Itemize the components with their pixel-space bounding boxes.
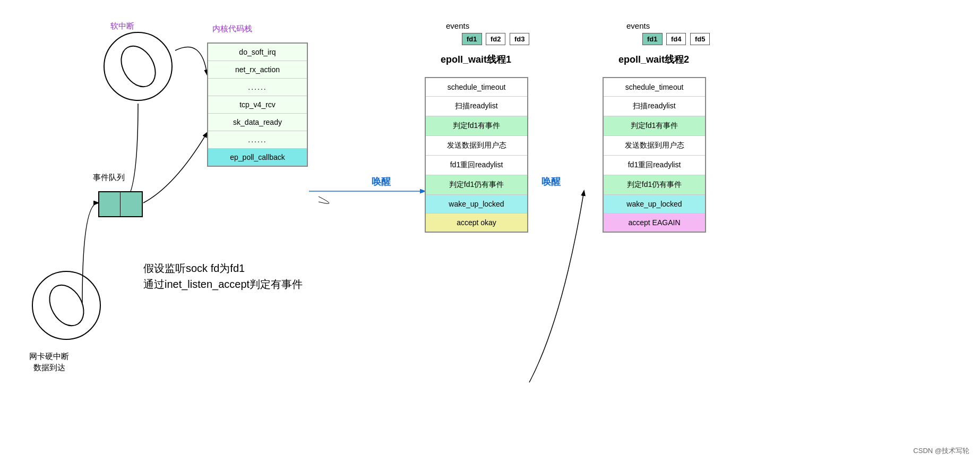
epoll1-fd2-badge: fd2 bbox=[486, 33, 506, 45]
epoll2-stack: schedule_timeout 扫描readylist 判定fd1有事件 发送… bbox=[603, 77, 706, 233]
epoll1-title: epoll_wait线程1 bbox=[441, 53, 511, 66]
epoll2-title: epoll_wait线程2 bbox=[618, 53, 689, 66]
event-queue bbox=[98, 191, 143, 217]
epoll2-fd-badges: fd1 fd4 fd5 bbox=[642, 33, 711, 45]
events-label-1: events bbox=[446, 21, 469, 30]
kernel-row-0: do_soft_irq bbox=[208, 44, 307, 61]
epoll1-row-2: 判定fd1有事件 bbox=[426, 116, 527, 136]
epoll1-row-3: 发送数据到用户态 bbox=[426, 136, 527, 156]
assumption-line2: 通过inet_listen_accept判定有事件 bbox=[143, 276, 303, 292]
epoll1-fd-badges: fd1 fd2 fd3 bbox=[462, 33, 531, 45]
kernel-row-4: sk_data_ready bbox=[208, 114, 307, 131]
epoll2-row-0: schedule_timeout bbox=[604, 78, 705, 97]
soft-interrupt-circle bbox=[104, 32, 173, 101]
epoll2-row-1: 扫描readylist bbox=[604, 97, 705, 116]
epoll2-row-4: fd1重回readylist bbox=[604, 156, 705, 175]
epoll1-row-0: schedule_timeout bbox=[426, 78, 527, 97]
diagram-container: 软中断 内核代码栈 do_soft_irq net_rx_action ....… bbox=[0, 0, 980, 461]
wake-label-1: 唤醒 bbox=[372, 175, 391, 188]
event-queue-label: 事件队列 bbox=[93, 173, 125, 183]
epoll1-row-6: wake_up_locked bbox=[426, 195, 527, 214]
soft-interrupt-label: 软中断 bbox=[110, 21, 134, 31]
epoll2-row-5: 判定fd1仍有事件 bbox=[604, 175, 705, 195]
epoll2-fd1-badge: fd1 bbox=[642, 33, 663, 45]
assumption-text: 假设监听sock fd为fd1 通过inet_listen_accept判定有事… bbox=[143, 260, 303, 292]
epoll2-row-7: accept EAGAIN bbox=[604, 214, 705, 232]
epoll2-row-2: 判定fd1有事件 bbox=[604, 116, 705, 136]
epoll1-row-1: 扫描readylist bbox=[426, 97, 527, 116]
kernel-row-1: net_rx_action bbox=[208, 61, 307, 79]
epoll2-fd4-badge: fd4 bbox=[666, 33, 686, 45]
assumption-line1: 假设监听sock fd为fd1 bbox=[143, 260, 303, 276]
kernel-row-6: ep_poll_callback bbox=[208, 149, 307, 166]
kernel-row-3: tcp_v4_rcv bbox=[208, 96, 307, 114]
epoll2-row-3: 发送数据到用户态 bbox=[604, 136, 705, 156]
epoll1-fd3-badge: fd3 bbox=[510, 33, 530, 45]
wake-label-2: 唤醒 bbox=[541, 175, 561, 188]
epoll1-row-4: fd1重回readylist bbox=[426, 156, 527, 175]
epoll1-row-7: accept okay bbox=[426, 214, 527, 232]
event-queue-cell-2 bbox=[121, 192, 142, 216]
kernel-stack: do_soft_irq net_rx_action ...... tcp_v4_… bbox=[207, 42, 308, 167]
epoll1-stack: schedule_timeout 扫描readylist 判定fd1有事件 发送… bbox=[425, 77, 528, 233]
events-label-2: events bbox=[626, 21, 650, 30]
kernel-stack-label: 内核代码栈 bbox=[212, 24, 252, 34]
epoll2-row-6: wake_up_locked bbox=[604, 195, 705, 214]
kernel-row-5: ...... bbox=[208, 131, 307, 149]
event-queue-cell-1 bbox=[99, 192, 121, 216]
epoll1-fd1-badge: fd1 bbox=[462, 33, 482, 45]
nic-label: 网卡硬中断 数据到达 bbox=[29, 351, 69, 373]
watermark: CSDN @技术写轮 bbox=[913, 446, 969, 456]
epoll1-row-5: 判定fd1仍有事件 bbox=[426, 175, 527, 195]
kernel-row-2: ...... bbox=[208, 79, 307, 96]
nic-circle bbox=[32, 271, 101, 340]
epoll2-fd5-badge: fd5 bbox=[690, 33, 710, 45]
